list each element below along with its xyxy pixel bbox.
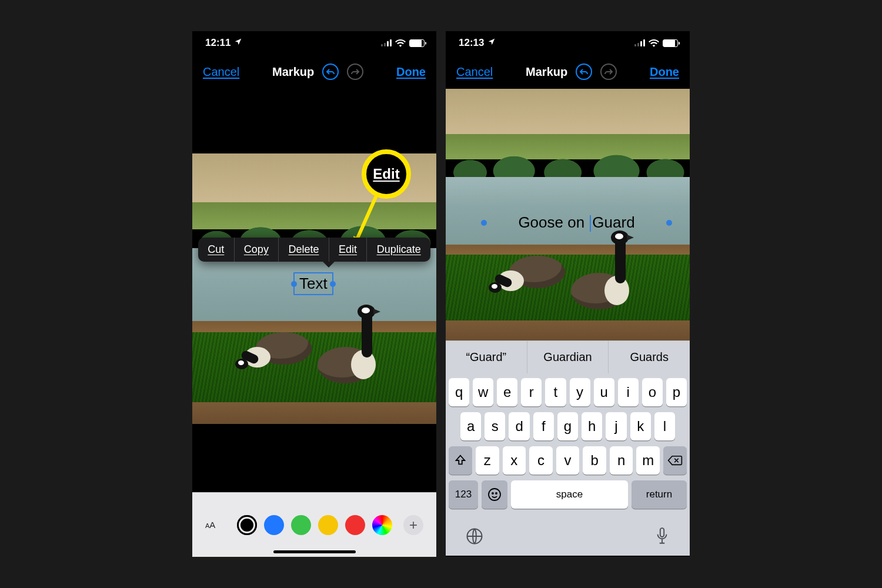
nav-bar: Cancel Markup Done (446, 55, 690, 89)
color-picker[interactable] (372, 515, 392, 535)
markup-toolbar: AA + (192, 492, 436, 557)
markup-canvas[interactable]: Edit Cut Copy Delete Edit Duplicate Text (192, 89, 436, 492)
key-m[interactable]: m (636, 446, 660, 475)
context-menu-copy[interactable]: Copy (235, 238, 279, 262)
cancel-button[interactable]: Cancel (456, 65, 493, 79)
text-annotation-editing[interactable]: Goose on Guard (481, 213, 672, 232)
status-time: 12:13 (459, 37, 484, 49)
keyboard: qwertyuiop asdfghjkl zxcvbnm 123 space r… (446, 373, 690, 517)
status-bar: 12:11 (192, 31, 436, 55)
color-blue[interactable] (264, 515, 284, 535)
key-k[interactable]: k (630, 412, 651, 440)
undo-button[interactable] (576, 64, 592, 80)
key-u[interactable]: u (594, 378, 614, 406)
prediction-1[interactable]: “Guard” (446, 341, 527, 373)
space-key[interactable]: space (511, 480, 628, 509)
prediction-2[interactable]: Guardian (527, 341, 609, 373)
svg-point-1 (492, 493, 493, 494)
cellular-signal-icon (381, 39, 392, 46)
key-v[interactable]: v (556, 446, 580, 475)
context-menu: Cut Copy Delete Edit Duplicate (198, 238, 430, 262)
text-style-button[interactable]: AA (205, 520, 215, 530)
cancel-button[interactable]: Cancel (203, 65, 239, 79)
key-s[interactable]: s (485, 412, 505, 440)
shift-key[interactable] (449, 446, 472, 475)
page-title: Markup (272, 65, 314, 79)
key-x[interactable]: x (503, 446, 526, 475)
goose-grazing (241, 326, 318, 379)
cellular-signal-icon (634, 39, 645, 46)
key-f[interactable]: f (533, 412, 554, 440)
context-menu-edit[interactable]: Edit (329, 238, 368, 262)
key-r[interactable]: r (521, 378, 542, 406)
goose-grazing (495, 250, 571, 303)
status-bar: 12:13 (446, 31, 690, 55)
numbers-key[interactable]: 123 (449, 480, 478, 509)
key-row-4: 123 space return (449, 480, 687, 509)
globe-icon[interactable] (466, 527, 483, 545)
key-p[interactable]: p (666, 378, 687, 406)
context-menu-duplicate[interactable]: Duplicate (367, 238, 430, 262)
phone-right: 12:13 Cancel Markup (446, 31, 690, 557)
key-g[interactable]: g (557, 412, 578, 440)
key-n[interactable]: n (610, 446, 633, 475)
key-l[interactable]: l (654, 412, 675, 440)
done-button[interactable]: Done (396, 65, 426, 79)
key-j[interactable]: j (606, 412, 626, 440)
key-a[interactable]: a (460, 412, 481, 440)
key-q[interactable]: q (449, 378, 469, 406)
redo-button[interactable] (600, 64, 617, 80)
color-green[interactable] (291, 515, 311, 535)
color-yellow[interactable] (318, 515, 338, 535)
done-button[interactable]: Done (650, 65, 679, 79)
battery-icon (409, 39, 425, 47)
undo-button[interactable] (322, 64, 339, 80)
key-z[interactable]: z (476, 446, 499, 475)
text-annotation-selected[interactable]: Text (293, 272, 333, 295)
wifi-icon (649, 39, 659, 47)
key-row-1: qwertyuiop (449, 378, 687, 406)
color-red[interactable] (345, 515, 365, 535)
redo-button[interactable] (347, 64, 363, 80)
wifi-icon (395, 39, 406, 47)
page-title: Markup (526, 65, 567, 79)
key-d[interactable]: d (509, 412, 529, 440)
add-annotation-button[interactable]: + (403, 515, 423, 535)
svg-rect-4 (660, 528, 664, 537)
context-menu-cut[interactable]: Cut (198, 238, 235, 262)
text-annotation-value: Goose on Guard (487, 213, 666, 232)
text-annotation-value: Text (299, 275, 328, 293)
svg-point-0 (489, 489, 500, 500)
key-b[interactable]: b (583, 446, 606, 475)
goose-standing (315, 294, 385, 394)
status-time: 12:11 (205, 37, 230, 49)
key-w[interactable]: w (473, 378, 493, 406)
location-icon (234, 37, 242, 49)
key-row-2: asdfghjkl (449, 412, 687, 440)
backspace-key[interactable] (663, 446, 687, 475)
svg-point-2 (496, 493, 497, 494)
key-y[interactable]: y (570, 378, 590, 406)
phone-left: 12:11 Cancel Markup (192, 31, 436, 557)
markup-canvas[interactable]: Goose on Guard (446, 89, 690, 340)
nav-bar: Cancel Markup Done (192, 55, 436, 89)
location-icon (487, 37, 496, 49)
battery-icon (663, 39, 678, 47)
emoji-key[interactable] (482, 480, 507, 509)
key-e[interactable]: e (497, 378, 517, 406)
goose-standing (568, 220, 639, 320)
key-c[interactable]: c (529, 446, 553, 475)
dictation-icon[interactable] (654, 527, 670, 546)
key-i[interactable]: i (618, 378, 639, 406)
color-black[interactable] (237, 515, 257, 535)
key-t[interactable]: t (545, 378, 566, 406)
keyboard-footer (446, 517, 690, 556)
context-menu-delete[interactable]: Delete (279, 238, 329, 262)
prediction-bar: “Guard” Guardian Guards (446, 340, 690, 373)
key-o[interactable]: o (642, 378, 663, 406)
return-key[interactable]: return (632, 480, 687, 509)
key-h[interactable]: h (582, 412, 602, 440)
prediction-3[interactable]: Guards (609, 341, 690, 373)
home-indicator[interactable] (273, 550, 356, 553)
annotation-magnifier: Edit (362, 149, 411, 199)
